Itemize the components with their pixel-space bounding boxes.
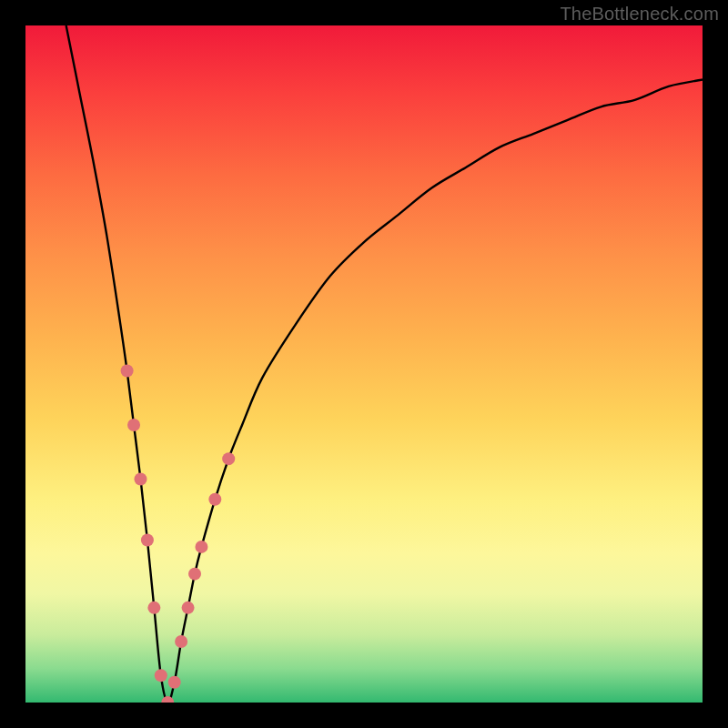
curve-marker [147,602,160,614]
curve-marker [182,602,195,614]
bottleneck-curve [66,25,703,703]
curve-marker [222,452,235,465]
curve-marker [161,696,174,703]
curve-marker [175,635,187,648]
curve-marker [127,419,140,431]
curve-marker [141,533,154,546]
plot-area [25,25,703,703]
curve-marker [121,364,134,377]
chart-frame: TheBottleneck.com [0,0,728,728]
curve-marker [195,541,207,553]
curve-marker [155,669,167,682]
watermark-text: TheBottleneck.com [560,4,719,25]
curve-markers [121,364,236,703]
curve-marker [188,568,201,581]
curve-marker [134,472,147,485]
curve-marker [168,676,181,689]
curve-marker [208,493,221,506]
bottleneck-curve-svg [25,25,703,703]
